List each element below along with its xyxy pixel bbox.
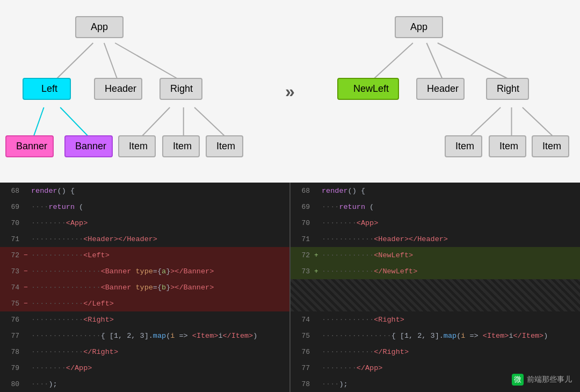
code-line: 70 ········<App> [0, 215, 289, 231]
left-item1-node: Item [118, 135, 156, 157]
svg-line-10 [438, 43, 512, 81]
right-app-node: App [395, 16, 443, 38]
wechat-icon: 微 [512, 374, 524, 386]
svg-line-4 [60, 107, 90, 139]
right-item3-node: Item [532, 135, 569, 157]
code-line: 71 ············<Header></Header> [291, 231, 580, 247]
right-right-node: Right [486, 78, 529, 100]
code-line: 69 ····return ( [291, 199, 580, 215]
right-newleft-node: NewLeft [337, 78, 399, 100]
right-code-panel: 68 render() { 69 ····return ( 70 ·······… [289, 183, 580, 392]
code-line: 74 ············<Right> [291, 311, 580, 328]
right-diagram: App NewLeft Header Right Item Item Item [306, 5, 580, 177]
right-item1-node: Item [445, 135, 482, 157]
svg-line-5 [140, 107, 170, 139]
left-app-node: App [75, 16, 124, 38]
svg-line-11 [468, 107, 501, 139]
left-code-panel: 68 render() { 69 ····return ( 70 ·······… [0, 183, 289, 392]
svg-line-1 [104, 43, 118, 81]
code-line-added: 72 + ············<NewLeft> [291, 247, 580, 263]
code-line-removed: 72 − ············<Left> [0, 247, 289, 263]
code-line: 68 render() { [0, 183, 289, 199]
svg-line-0 [55, 43, 93, 81]
code-line: 69 ····return ( [0, 199, 289, 215]
code-line: 79 ········</App> [0, 360, 289, 376]
code-line-added: 73 + ············</NewLeft> [291, 263, 580, 279]
svg-line-2 [115, 43, 180, 81]
right-item2-node: Item [489, 135, 526, 157]
removed-placeholder [291, 279, 580, 311]
code-line-removed: 74 − ················<Banner type={b}></… [0, 279, 289, 295]
watermark: 微 前端那些事儿 [512, 374, 572, 386]
left-item2-node: Item [162, 135, 200, 157]
left-banner2-node: Banner [64, 135, 113, 157]
left-banner1-node: Banner [5, 135, 54, 157]
left-header-node: Header [94, 78, 142, 100]
code-line: 71 ············<Header></Header> [0, 231, 289, 247]
svg-line-9 [426, 43, 443, 81]
svg-line-3 [33, 107, 44, 139]
diagram-separator: » [274, 5, 306, 177]
code-line: 76 ············</Right> [291, 344, 580, 360]
left-item3-node: Item [206, 135, 243, 157]
code-line: 78 ············</Right> [0, 344, 289, 360]
svg-line-8 [372, 43, 413, 81]
code-line: 70 ········<App> [291, 215, 580, 231]
code-line: 68 render() { [291, 183, 580, 199]
code-diff-section: 68 render() { 69 ····return ( 70 ·······… [0, 183, 580, 392]
left-right-node: Right [160, 78, 202, 100]
code-line: 75 ················{ [1, 2, 3].map(i => … [291, 328, 580, 344]
svg-line-7 [194, 107, 227, 139]
code-line-removed: 73 − ················<Banner type={a}></… [0, 263, 289, 279]
left-diagram: App Left Header Right Banner Banner Item… [0, 5, 274, 177]
code-line: 80 ····); [0, 376, 289, 392]
code-line: 76 ············<Right> [0, 311, 289, 328]
left-left-node: Left [23, 78, 71, 100]
right-header-node: Header [416, 78, 465, 100]
svg-line-13 [523, 107, 555, 139]
code-line-removed: 75 − ············</Left> [0, 295, 289, 311]
tree-diagrams-section: App Left Header Right Banner Banner Item… [0, 0, 580, 183]
watermark-text: 前端那些事儿 [527, 375, 572, 384]
code-line: 77 ················{ [1, 2, 3].map(i => … [0, 328, 289, 344]
